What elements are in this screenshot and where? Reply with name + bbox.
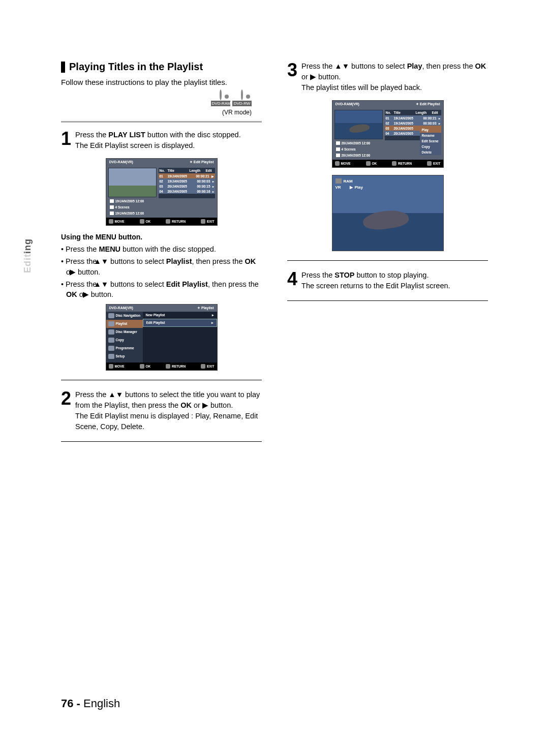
info-date2: 19/JAN/2005 12:00 <box>108 211 157 216</box>
right-icon: ▶ <box>202 400 208 411</box>
title-text: Playing Titles in the Playlist <box>69 61 203 73</box>
ui-header-left: DVD-RAM(VR) <box>109 306 133 310</box>
ctx-item-rename[interactable]: Rename <box>420 133 441 138</box>
updown-icon: ▲▼ <box>108 389 123 400</box>
disc-icon-rw: DVD-RW <box>232 90 252 106</box>
ui-header-right: ✦ Edit Playlist <box>416 102 440 106</box>
ctx-item-copy[interactable]: Copy <box>420 144 441 149</box>
step-text: Press the PLAY LIST button with the disc… <box>75 130 262 151</box>
step-text: Press the STOP button to stop playing. T… <box>301 270 488 291</box>
disc-ram-icon <box>336 178 342 184</box>
ctx-item-delete[interactable]: Delete <box>420 149 441 155</box>
return-icon <box>166 219 170 224</box>
step-1: 1 Press the PLAY LIST button with the di… <box>61 130 262 151</box>
section-title: Playing Titles in the Playlist <box>61 61 262 73</box>
rp-item[interactable]: New Playlist▸ <box>143 312 217 319</box>
info-scenes: 4 Scenes <box>108 205 157 209</box>
side-menu: Disc Navigation Playlist Disc Manager Co… <box>106 312 143 362</box>
context-menu: Play Rename Edit Scene Copy Delete <box>420 127 441 155</box>
side-tab-editing: Editing <box>22 238 33 273</box>
playback-preview: RAM VR ▶Play <box>332 175 444 251</box>
page-footer: 76 - English <box>61 697 120 710</box>
side-item[interactable]: Programme <box>106 344 143 352</box>
bullet-2: • Press the ▲▼ buttons to select Playlis… <box>61 256 262 277</box>
list-row[interactable]: 0320/JAN/200500:00:15▸ <box>159 184 215 189</box>
step-2: 2 Press the ▲▼ buttons to select the tit… <box>61 389 262 432</box>
preview-thumbnail <box>108 168 157 197</box>
ui-screenshot-edit-playlist: DVD-RAM(VR) ✦ Edit Playlist 19/JAN/2005 … <box>106 158 218 226</box>
ui-footer: MOVE OK RETURN EXIT <box>106 362 217 370</box>
list-row[interactable]: 0219/JAN/200500:00:03▸ <box>159 178 215 184</box>
ui-header-right: ✦ Playlist <box>197 306 214 310</box>
exit-icon <box>201 219 205 224</box>
ui-screenshot-context-menu: DVD-RAM(VR) ✦ Edit Playlist 20/JAN/2005 … <box>332 100 444 168</box>
ui-footer: MOVE OK RETURN EXIT <box>106 218 217 225</box>
menu-subhead: Using the MENU button. <box>61 233 262 241</box>
separator <box>287 260 488 261</box>
updown-icon: ▲▼ <box>334 61 349 72</box>
ctx-item-play[interactable]: Play <box>420 127 441 133</box>
info-date: 19/JAN/2005 12:00 <box>108 199 157 203</box>
step-number: 1 <box>61 130 71 151</box>
list-row[interactable]: 0119/JAN/200500:00:21▶ <box>159 173 215 178</box>
updown-icon: ▲▼ <box>99 256 108 266</box>
ctx-item-edit-scene[interactable]: Edit Scene <box>420 138 441 144</box>
step-number: 4 <box>287 270 297 291</box>
side-item[interactable]: Setup <box>106 352 143 360</box>
ok-icon <box>140 219 144 224</box>
step-4: 4 Press the STOP button to stop playing.… <box>287 270 488 291</box>
step-text: Press the ▲▼ buttons to select the title… <box>75 389 262 432</box>
ui-footer: MOVE OK RETURN EXIT <box>332 160 443 167</box>
info-date2: 20/JAN/2005 12:00 <box>334 153 383 158</box>
move-icon <box>109 219 113 224</box>
updown-icon: ▲▼ <box>99 279 108 289</box>
separator <box>287 300 488 301</box>
ui-header-left: DVD-RAM(VR) <box>109 160 133 164</box>
intro-text: Follow these instructions to play the pl… <box>61 78 262 86</box>
playlist-list: No. Title Length Edit 0119/JAN/200500:00… <box>159 168 215 216</box>
separator <box>61 380 262 380</box>
vr-mode-label: (VR mode) <box>61 109 262 116</box>
disc-icon-ram: DVD-RAM <box>211 90 230 106</box>
list-row[interactable]: 0420/JAN/200500:00:16▸ <box>159 189 215 194</box>
info-date: 20/JAN/2005 12:00 <box>334 141 383 145</box>
separator <box>61 121 262 123</box>
step-3: 3 Press the ▲▼ buttons to select Play, t… <box>287 61 488 93</box>
step-number: 2 <box>61 389 71 432</box>
side-item[interactable]: Disc Manager <box>106 328 143 336</box>
info-scenes: 4 Scenes <box>334 147 383 152</box>
separator <box>61 441 262 442</box>
right-icon: ▶ <box>310 72 316 82</box>
right-panel: New Playlist▸ Edit Playlist▸ <box>143 312 217 362</box>
side-item[interactable]: Disc Navigation <box>106 312 143 320</box>
ui-header-right: ✦ Edit Playlist <box>190 160 214 164</box>
ui-header-left: DVD-RAM(VR) <box>336 102 359 106</box>
side-item-selected[interactable]: Playlist <box>106 320 143 328</box>
play-icon: ▶ <box>350 185 353 190</box>
step-text: Press the ▲▼ buttons to select Play, the… <box>301 61 488 93</box>
step-number: 3 <box>287 61 297 93</box>
bullet-3: • Press the ▲▼ buttons to select Edit Pl… <box>61 279 262 300</box>
preview-thumbnail <box>334 110 383 139</box>
ui-screenshot-playlist-menu: DVD-RAM(VR) ✦ Playlist Disc Navigation P… <box>106 304 218 371</box>
side-item[interactable]: Copy <box>106 336 143 344</box>
list-row[interactable]: 0119/JAN/200500:00:21▸ <box>385 115 441 120</box>
list-row[interactable]: 0219/JAN/200500:00:03▸ <box>385 120 441 126</box>
play-overlay: RAM VR ▶Play <box>336 178 363 190</box>
title-bar-icon <box>61 62 65 73</box>
rp-item-selected[interactable]: Edit Playlist▸ <box>143 319 217 327</box>
bullet-1: • Press the MENU button with the disc st… <box>61 244 262 254</box>
disc-icons: DVD-RAM DVD-RW <box>61 90 262 107</box>
